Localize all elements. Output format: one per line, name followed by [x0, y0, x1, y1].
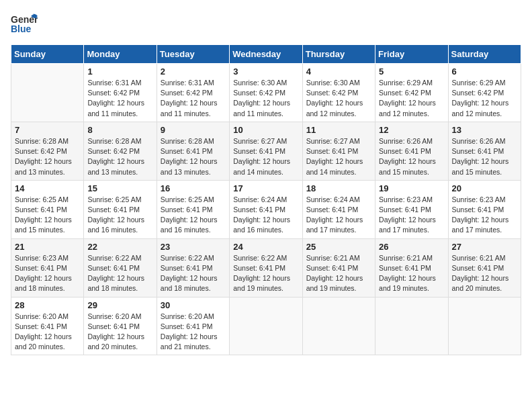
calendar-cell — [448, 297, 521, 355]
calendar-cell: 17Sunrise: 6:24 AMSunset: 6:41 PMDayligh… — [230, 180, 302, 238]
day-number: 9 — [161, 125, 226, 135]
calendar-cell — [11, 64, 84, 122]
day-number: 30 — [161, 300, 226, 310]
day-number: 14 — [15, 183, 80, 193]
calendar-cell: 7Sunrise: 6:28 AMSunset: 6:42 PMDaylight… — [11, 122, 84, 180]
day-number: 22 — [87, 242, 152, 252]
day-info: Sunrise: 6:25 AMSunset: 6:41 PMDaylight:… — [15, 195, 80, 236]
day-info: Sunrise: 6:28 AMSunset: 6:42 PMDaylight:… — [15, 136, 80, 177]
calendar-cell: 3Sunrise: 6:30 AMSunset: 6:42 PMDaylight… — [230, 64, 302, 122]
day-info: Sunrise: 6:31 AMSunset: 6:42 PMDaylight:… — [87, 78, 152, 119]
day-number: 20 — [452, 183, 517, 193]
day-number: 28 — [15, 300, 80, 310]
day-info: Sunrise: 6:20 AMSunset: 6:41 PMDaylight:… — [87, 312, 152, 353]
day-info: Sunrise: 6:27 AMSunset: 6:41 PMDaylight:… — [306, 136, 371, 177]
calendar-cell: 20Sunrise: 6:23 AMSunset: 6:41 PMDayligh… — [448, 180, 521, 238]
calendar-cell: 23Sunrise: 6:22 AMSunset: 6:41 PMDayligh… — [157, 238, 229, 297]
calendar-cell: 10Sunrise: 6:27 AMSunset: 6:41 PMDayligh… — [230, 122, 302, 180]
calendar-cell: 2Sunrise: 6:31 AMSunset: 6:42 PMDaylight… — [157, 64, 229, 122]
calendar-cell — [230, 297, 302, 355]
day-number: 2 — [161, 66, 226, 77]
day-number: 10 — [233, 125, 298, 135]
day-info: Sunrise: 6:29 AMSunset: 6:42 PMDaylight:… — [379, 78, 444, 119]
day-number: 11 — [306, 125, 371, 135]
day-number: 17 — [233, 183, 298, 193]
calendar-week-1: 1Sunrise: 6:31 AMSunset: 6:42 PMDaylight… — [11, 64, 521, 122]
calendar-cell: 18Sunrise: 6:24 AMSunset: 6:41 PMDayligh… — [302, 180, 375, 238]
calendar-cell: 16Sunrise: 6:25 AMSunset: 6:41 PMDayligh… — [157, 180, 229, 238]
page-header: General Blue — [11, 11, 521, 38]
day-info: Sunrise: 6:21 AMSunset: 6:41 PMDaylight:… — [306, 253, 371, 294]
day-number: 3 — [233, 66, 298, 77]
calendar-cell: 15Sunrise: 6:25 AMSunset: 6:41 PMDayligh… — [84, 180, 157, 238]
calendar-cell: 9Sunrise: 6:28 AMSunset: 6:41 PMDaylight… — [157, 122, 229, 180]
day-info: Sunrise: 6:21 AMSunset: 6:41 PMDaylight:… — [452, 253, 517, 294]
day-info: Sunrise: 6:22 AMSunset: 6:41 PMDaylight:… — [233, 253, 298, 294]
logo-icon: General Blue — [11, 11, 38, 38]
weekday-header-sunday: Sunday — [11, 45, 84, 64]
day-info: Sunrise: 6:22 AMSunset: 6:41 PMDaylight:… — [161, 253, 226, 294]
calendar-cell: 27Sunrise: 6:21 AMSunset: 6:41 PMDayligh… — [448, 238, 521, 297]
day-number: 29 — [87, 300, 152, 310]
day-info: Sunrise: 6:23 AMSunset: 6:41 PMDaylight:… — [452, 195, 517, 236]
logo: General Blue — [11, 11, 38, 38]
day-number: 1 — [87, 66, 152, 77]
weekday-header-tuesday: Tuesday — [157, 45, 229, 64]
day-number: 26 — [379, 242, 444, 252]
day-info: Sunrise: 6:29 AMSunset: 6:42 PMDaylight:… — [452, 78, 517, 119]
weekday-header-thursday: Thursday — [302, 45, 375, 64]
svg-text:Blue: Blue — [11, 24, 32, 34]
weekday-header-friday: Friday — [375, 45, 448, 64]
day-info: Sunrise: 6:22 AMSunset: 6:41 PMDaylight:… — [87, 253, 152, 294]
day-number: 8 — [87, 125, 152, 135]
day-number: 23 — [161, 242, 226, 252]
day-number: 18 — [306, 183, 371, 193]
calendar-cell: 21Sunrise: 6:23 AMSunset: 6:41 PMDayligh… — [11, 238, 84, 297]
calendar-cell: 12Sunrise: 6:26 AMSunset: 6:41 PMDayligh… — [375, 122, 448, 180]
day-info: Sunrise: 6:23 AMSunset: 6:41 PMDaylight:… — [15, 253, 80, 294]
calendar-week-2: 7Sunrise: 6:28 AMSunset: 6:42 PMDaylight… — [11, 122, 521, 180]
calendar-week-3: 14Sunrise: 6:25 AMSunset: 6:41 PMDayligh… — [11, 180, 521, 238]
weekday-header-row: SundayMondayTuesdayWednesdayThursdayFrid… — [11, 45, 521, 64]
calendar-week-5: 28Sunrise: 6:20 AMSunset: 6:41 PMDayligh… — [11, 297, 521, 355]
day-info: Sunrise: 6:30 AMSunset: 6:42 PMDaylight:… — [233, 78, 298, 119]
day-info: Sunrise: 6:20 AMSunset: 6:41 PMDaylight:… — [161, 312, 226, 353]
day-number: 12 — [379, 125, 444, 135]
logo-graphic: General Blue — [11, 11, 38, 38]
day-number: 19 — [379, 183, 444, 193]
day-number: 21 — [15, 242, 80, 252]
day-number: 27 — [452, 242, 517, 252]
day-info: Sunrise: 6:25 AMSunset: 6:41 PMDaylight:… — [161, 195, 226, 236]
day-info: Sunrise: 6:31 AMSunset: 6:42 PMDaylight:… — [161, 78, 226, 119]
day-info: Sunrise: 6:24 AMSunset: 6:41 PMDaylight:… — [306, 195, 371, 236]
day-number: 5 — [379, 66, 444, 77]
calendar-cell: 25Sunrise: 6:21 AMSunset: 6:41 PMDayligh… — [302, 238, 375, 297]
calendar-cell: 6Sunrise: 6:29 AMSunset: 6:42 PMDaylight… — [448, 64, 521, 122]
day-number: 16 — [161, 183, 226, 193]
calendar-cell: 4Sunrise: 6:30 AMSunset: 6:42 PMDaylight… — [302, 64, 375, 122]
day-info: Sunrise: 6:30 AMSunset: 6:42 PMDaylight:… — [306, 78, 371, 119]
day-info: Sunrise: 6:26 AMSunset: 6:41 PMDaylight:… — [379, 136, 444, 177]
day-info: Sunrise: 6:26 AMSunset: 6:41 PMDaylight:… — [452, 136, 517, 177]
calendar-table: SundayMondayTuesdayWednesdayThursdayFrid… — [11, 44, 521, 355]
day-number: 6 — [452, 66, 517, 77]
calendar-week-4: 21Sunrise: 6:23 AMSunset: 6:41 PMDayligh… — [11, 238, 521, 297]
day-info: Sunrise: 6:24 AMSunset: 6:41 PMDaylight:… — [233, 195, 298, 236]
weekday-header-saturday: Saturday — [448, 45, 521, 64]
day-info: Sunrise: 6:25 AMSunset: 6:41 PMDaylight:… — [87, 195, 152, 236]
day-info: Sunrise: 6:21 AMSunset: 6:41 PMDaylight:… — [379, 253, 444, 294]
day-number: 7 — [15, 125, 80, 135]
calendar-cell: 11Sunrise: 6:27 AMSunset: 6:41 PMDayligh… — [302, 122, 375, 180]
calendar-cell: 28Sunrise: 6:20 AMSunset: 6:41 PMDayligh… — [11, 297, 84, 355]
calendar-cell: 22Sunrise: 6:22 AMSunset: 6:41 PMDayligh… — [84, 238, 157, 297]
day-number: 4 — [306, 66, 371, 77]
calendar-cell: 13Sunrise: 6:26 AMSunset: 6:41 PMDayligh… — [448, 122, 521, 180]
calendar-cell: 29Sunrise: 6:20 AMSunset: 6:41 PMDayligh… — [84, 297, 157, 355]
day-number: 15 — [87, 183, 152, 193]
day-number: 25 — [306, 242, 371, 252]
calendar-cell: 1Sunrise: 6:31 AMSunset: 6:42 PMDaylight… — [84, 64, 157, 122]
day-info: Sunrise: 6:23 AMSunset: 6:41 PMDaylight:… — [379, 195, 444, 236]
calendar-cell: 19Sunrise: 6:23 AMSunset: 6:41 PMDayligh… — [375, 180, 448, 238]
calendar-cell: 26Sunrise: 6:21 AMSunset: 6:41 PMDayligh… — [375, 238, 448, 297]
calendar-cell: 24Sunrise: 6:22 AMSunset: 6:41 PMDayligh… — [230, 238, 302, 297]
